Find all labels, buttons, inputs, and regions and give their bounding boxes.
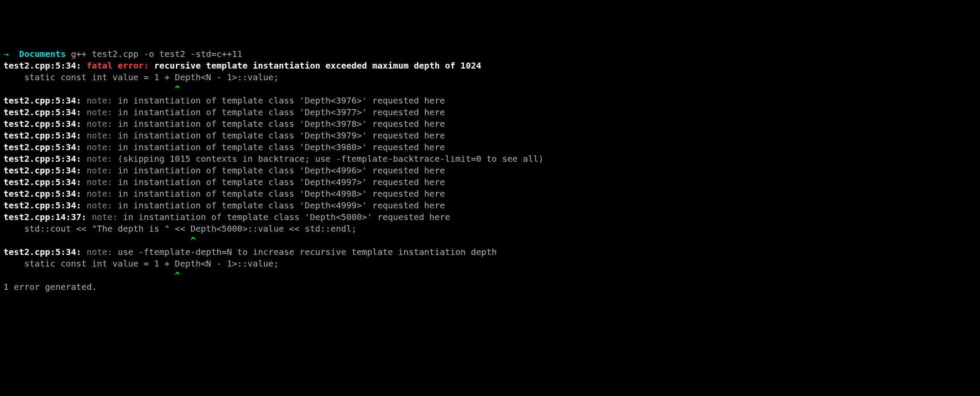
diag-location: test2.cpp:5:34:: [3, 119, 87, 129]
diag-location: test2.cpp:5:34:: [3, 200, 87, 211]
diag-kind-note: note:: [87, 119, 118, 129]
diag-kind-note: note:: [87, 200, 118, 211]
diag-caret-icon: ^: [3, 84, 180, 94]
diag-code-line: std::cout << "The depth is " << Depth<50…: [3, 223, 977, 235]
diag-message: in instantiation of template class 'Dept…: [118, 130, 445, 141]
diag-message: use -ftemplate-depth=N to increase recur…: [118, 247, 497, 257]
diag-kind-note: note:: [92, 212, 123, 222]
diag-code-line: static const int value = 1 + Depth<N - 1…: [3, 72, 977, 83]
prompt-line: → Documents g++ test2.cpp -o test2 -std=…: [3, 48, 977, 60]
diag-kind-note: note:: [87, 154, 118, 164]
note-line: test2.cpp:5:34: note: in instantiation o…: [3, 118, 977, 130]
diag-message: in instantiation of template class 'Dept…: [118, 142, 445, 152]
note-line: test2.cpp:5:34: note: in instantiation o…: [3, 141, 977, 153]
diag-caret-line: ^: [3, 83, 977, 95]
summary-line: 1 error generated.: [3, 281, 977, 293]
diag-location: test2.cpp:5:34:: [3, 142, 87, 152]
note-line: test2.cpp:5:34: note: in instantiation o…: [3, 107, 977, 118]
diag-location: test2.cpp:5:34:: [3, 247, 87, 257]
diag-kind-note: note:: [87, 189, 118, 199]
diag-code: static const int value = 1 + Depth<N - 1…: [3, 258, 279, 269]
diag-location: test2.cpp:5:34:: [3, 177, 87, 187]
diag-message: recursive template instantiation exceede…: [154, 60, 481, 71]
note-skip-line: test2.cpp:5:34: note: (skipping 1015 con…: [3, 153, 977, 165]
terminal-output: → Documents g++ test2.cpp -o test2 -std=…: [3, 48, 977, 293]
prompt-cwd: Documents: [19, 49, 66, 59]
diag-code-line: static const int value = 1 + Depth<N - 1…: [3, 258, 977, 270]
note-line: test2.cpp:14:37: note: in instantiation …: [3, 211, 977, 223]
diag-location: test2.cpp:5:34:: [3, 154, 87, 164]
note-line: test2.cpp:5:34: note: in instantiation o…: [3, 95, 977, 107]
diag-code: static const int value = 1 + Depth<N - 1…: [3, 72, 279, 82]
diag-location: test2.cpp:5:34:: [3, 95, 87, 106]
note-line: test2.cpp:5:34: note: in instantiation o…: [3, 130, 977, 141]
diag-caret-icon: ^: [3, 235, 196, 245]
diag-caret-line: ^: [3, 235, 977, 246]
diag-message: in instantiation of template class 'Dept…: [118, 95, 445, 106]
note-line: test2.cpp:5:34: note: in instantiation o…: [3, 165, 977, 176]
diag-kind-note: note:: [87, 177, 118, 187]
diag-caret-line: ^: [3, 270, 977, 281]
diag-location: test2.cpp:5:34:: [3, 107, 87, 117]
diag-kind-note: note:: [87, 247, 118, 257]
diag-location: test2.cpp:5:34:: [3, 165, 87, 176]
diag-kind-note: note:: [87, 142, 118, 152]
diag-location: test2.cpp:5:34:: [3, 130, 87, 141]
prompt-command: g++ test2.cpp -o test2 -std=c++11: [66, 49, 242, 59]
diag-kind-note: note:: [87, 95, 118, 106]
diag-kind-note: note:: [87, 130, 118, 141]
note-line: test2.cpp:5:34: note: in instantiation o…: [3, 200, 977, 211]
diag-caret-icon: ^: [3, 270, 180, 280]
prompt-arrow-icon: →: [3, 49, 19, 59]
diag-message: in instantiation of template class 'Dept…: [118, 107, 445, 117]
diag-message: in instantiation of template class 'Dept…: [118, 200, 445, 211]
fatal-error-line: test2.cpp:5:34: fatal error: recursive t…: [3, 60, 977, 72]
diag-code: std::cout << "The depth is " << Depth<50…: [3, 223, 357, 234]
diag-message: in instantiation of template class 'Dept…: [123, 212, 450, 222]
diag-location: test2.cpp:14:37:: [3, 212, 92, 222]
error-summary: 1 error generated.: [3, 282, 97, 292]
diag-kind-note: note:: [87, 165, 118, 176]
diag-message: in instantiation of template class 'Dept…: [118, 119, 445, 129]
diag-location: test2.cpp:5:34:: [3, 60, 87, 71]
diag-message: in instantiation of template class 'Dept…: [118, 189, 445, 199]
diag-kind-fatal: fatal error:: [87, 60, 154, 71]
note-line: test2.cpp:5:34: note: in instantiation o…: [3, 176, 977, 188]
note-line: test2.cpp:5:34: note: in instantiation o…: [3, 188, 977, 200]
diag-message: in instantiation of template class 'Dept…: [118, 177, 445, 187]
diag-kind-note: note:: [87, 107, 118, 117]
diag-message: (skipping 1015 contexts in backtrace; us…: [118, 154, 543, 164]
diag-message: in instantiation of template class 'Dept…: [118, 165, 445, 176]
note-line: test2.cpp:5:34: note: use -ftemplate-dep…: [3, 246, 977, 258]
diag-location: test2.cpp:5:34:: [3, 189, 87, 199]
